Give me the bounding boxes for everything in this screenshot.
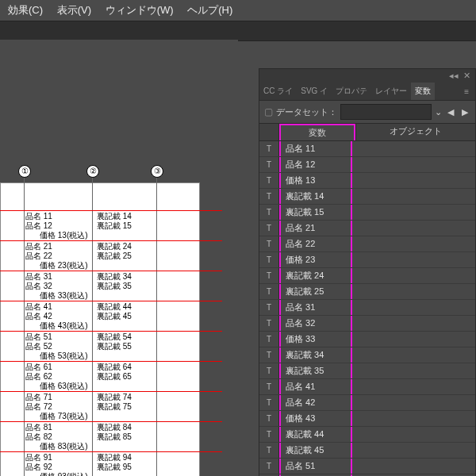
variable-row[interactable]: T品名 11	[259, 141, 475, 157]
variable-row[interactable]: T価格 43	[259, 411, 475, 427]
doc-cell: 裏記載 84裏記載 85	[97, 423, 132, 442]
dataset-label: データセット：	[276, 106, 337, 118]
variable-row[interactable]: T品名 21	[259, 221, 475, 236]
variable-row[interactable]: T裏記載 34	[259, 347, 475, 363]
variable-row[interactable]: T品名 12	[259, 157, 475, 173]
variable-name: 裏記載 25	[279, 284, 352, 299]
variable-row[interactable]: T裏記載 15	[259, 205, 475, 221]
variable-name: 裏記載 35	[279, 363, 352, 378]
doc-cell: 裏記載 94裏記載 95	[97, 453, 132, 472]
type-icon: T	[259, 411, 279, 426]
object-cell	[352, 300, 475, 315]
variable-row[interactable]: T裏記載 24	[259, 268, 475, 284]
variable-row[interactable]: T品名 41	[259, 379, 475, 395]
panel-menu-icon[interactable]: ≡	[458, 84, 475, 99]
tab-layers[interactable]: レイヤー	[371, 83, 411, 100]
menu-help[interactable]: ヘルプ(H)	[187, 4, 232, 16]
variable-row[interactable]: T品名 32	[259, 316, 475, 332]
variable-row[interactable]: T品名 22	[259, 236, 475, 252]
type-column	[259, 124, 279, 140]
dropdown-icon[interactable]: ⌄	[435, 107, 442, 117]
object-cell	[352, 411, 475, 426]
variables-panel: ◂◂ ✕ CC ライ SVG イ プロパテ レイヤー 変数 ≡ ▢ データセット…	[259, 68, 476, 476]
object-cell	[352, 252, 475, 267]
variable-column-header[interactable]: 変数	[279, 124, 355, 140]
variable-name: 裏記載 44	[279, 427, 352, 442]
variable-row[interactable]: T裏記載 45	[259, 443, 475, 459]
type-icon: T	[259, 347, 279, 363]
variable-row[interactable]: T裏記載 35	[259, 363, 475, 379]
tab-properties[interactable]: プロパテ	[332, 83, 371, 100]
type-icon: T	[259, 268, 279, 283]
variable-row[interactable]: T価格 23	[259, 252, 475, 268]
variable-name: 裏記載 15	[279, 205, 352, 220]
marker-3: ③	[151, 165, 163, 178]
variable-name: 価格 13	[279, 173, 352, 188]
object-cell	[352, 363, 475, 378]
object-cell	[352, 459, 475, 474]
type-icon: T	[259, 173, 279, 188]
doc-cell: 裏記載 34裏記載 35	[97, 272, 132, 291]
object-cell	[352, 395, 475, 410]
object-cell	[352, 316, 475, 331]
capture-icon[interactable]: ▢	[264, 106, 273, 117]
variable-row[interactable]: T裏記載 44	[259, 427, 475, 443]
type-icon: T	[259, 459, 279, 474]
type-icon: T	[259, 221, 279, 236]
marker-1: ①	[18, 165, 31, 178]
panel-close-icon[interactable]: ✕	[463, 71, 470, 81]
doc-cell: 品名 41品名 42価格 43(税込)	[25, 302, 88, 331]
doc-cell: 品名 21品名 22価格 23(税込)	[25, 242, 88, 271]
dataset-select[interactable]	[340, 104, 432, 120]
variable-name: 品名 21	[279, 221, 352, 236]
object-cell	[352, 347, 475, 363]
variable-row[interactable]: T裏記載 14	[259, 189, 475, 205]
dataset-prev-button[interactable]: ◀	[445, 107, 456, 117]
type-icon: T	[259, 157, 279, 172]
variable-name: 品名 12	[279, 157, 352, 172]
doc-cell: 裏記載 74裏記載 75	[97, 393, 132, 412]
tab-svg[interactable]: SVG イ	[297, 83, 332, 100]
toolbar-strip	[0, 21, 476, 41]
doc-cell: 品名 91品名 92価格 93(税込)	[25, 453, 88, 476]
variable-name: 価格 23	[279, 252, 352, 267]
variable-name: 価格 33	[279, 332, 352, 347]
panel-collapse-icon[interactable]: ◂◂	[449, 71, 459, 81]
variable-row[interactable]: T品名 31	[259, 300, 475, 316]
canvas-area[interactable]: ① ② ③ 品名 11品名 12価格 13(税込)裏記載 14裏記載 15品名 …	[0, 40, 238, 476]
type-icon: T	[259, 300, 279, 315]
tab-variables[interactable]: 変数	[411, 83, 435, 100]
variable-name: 品名 51	[279, 459, 352, 474]
variable-name: 裏記載 45	[279, 443, 352, 458]
panel-tabs: CC ライ SVG イ プロパテ レイヤー 変数 ≡	[259, 83, 475, 101]
variable-row[interactable]: T価格 13	[259, 173, 475, 189]
variable-row[interactable]: T裏記載 25	[259, 284, 475, 300]
doc-cell: 品名 81品名 82価格 83(税込)	[25, 423, 88, 451]
object-cell	[352, 379, 475, 394]
tab-cc-lib[interactable]: CC ライ	[259, 83, 297, 100]
type-icon: T	[259, 379, 279, 394]
type-icon: T	[259, 395, 279, 410]
menu-view[interactable]: 表示(V)	[57, 4, 91, 16]
variable-name: 品名 31	[279, 300, 352, 315]
object-cell	[352, 284, 475, 299]
type-icon: T	[259, 284, 279, 299]
menubar: 効果(C) 表示(V) ウィンドウ(W) ヘルプ(H)	[0, 0, 476, 21]
variable-name: 価格 43	[279, 411, 352, 426]
menu-effect[interactable]: 効果(C)	[8, 4, 43, 16]
dataset-next-button[interactable]: ▶	[459, 107, 470, 117]
type-icon: T	[259, 316, 279, 331]
doc-cell: 裏記載 54裏記載 55	[97, 332, 132, 351]
variable-row[interactable]: T品名 51	[259, 459, 475, 474]
variable-name: 品名 32	[279, 316, 352, 331]
doc-cell: 裏記載 24裏記載 25	[97, 242, 132, 261]
type-icon: T	[259, 205, 279, 220]
variable-row[interactable]: T価格 33	[259, 332, 475, 347]
variable-name: 裏記載 34	[279, 347, 352, 363]
menu-window[interactable]: ウィンドウ(W)	[106, 4, 174, 16]
object-column-header[interactable]: オブジェクト	[355, 124, 475, 140]
object-cell	[352, 427, 475, 442]
doc-cell: 裏記載 64裏記載 65	[97, 363, 132, 382]
object-cell	[352, 205, 475, 220]
variable-row[interactable]: T品名 42	[259, 395, 475, 411]
